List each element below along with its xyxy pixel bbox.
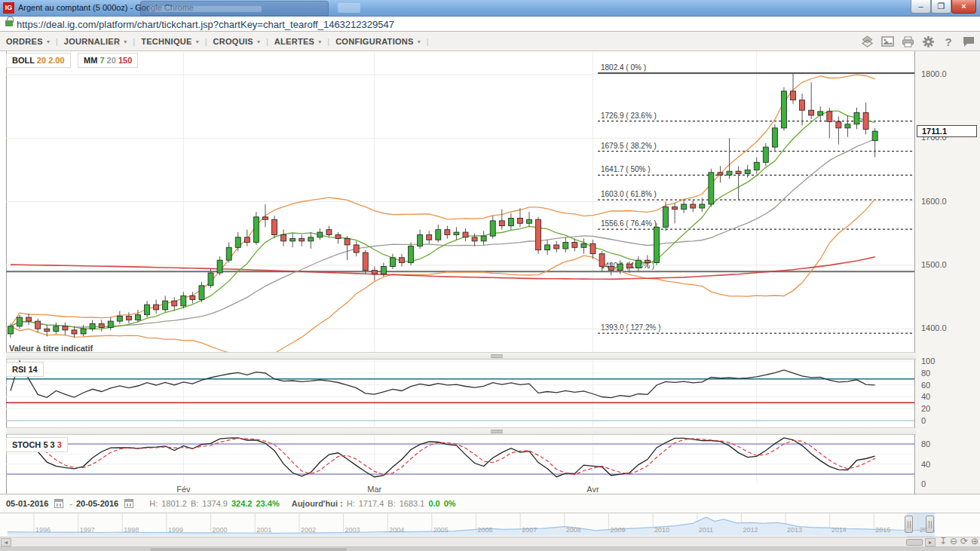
today-label: Aujourd'hui :: [292, 499, 343, 508]
scrollbar-thumb[interactable]: [906, 539, 923, 546]
scroll-left-arrow[interactable]: ◂: [1, 538, 11, 546]
menu-configurations[interactable]: CONFIGURATIONS▾: [335, 37, 424, 46]
today-change: 0.0: [428, 499, 439, 508]
year-label-2013: 2013: [787, 526, 802, 534]
help-icon[interactable]: ?: [942, 35, 955, 48]
reset-zoom-icon[interactable]: ⟳: [960, 536, 968, 546]
url-text[interactable]: https://deal.ig.com/platform/chart/tickc…: [17, 19, 394, 30]
current-price-tag: 1711.1: [917, 125, 977, 137]
calendar-icon[interactable]: [54, 499, 63, 508]
year-label-2004: 2004: [389, 526, 404, 534]
period-high-label: H:: [149, 499, 158, 508]
rsi-legend[interactable]: RSI 14: [6, 362, 44, 377]
year-label-2000: 2000: [213, 526, 228, 534]
print-icon[interactable]: [901, 35, 914, 48]
background-newtab-button: [338, 3, 360, 13]
background-browser-tab: [140, 1, 329, 16]
year-label-2003: 2003: [345, 526, 360, 534]
menu-ordres[interactable]: ORDRES▾: [6, 37, 53, 46]
year-label-1998: 1998: [124, 526, 139, 534]
period-low-label: B:: [191, 499, 198, 508]
https-lock-icon[interactable]: [5, 20, 13, 26]
menu-croquis[interactable]: CROQUIS▾: [213, 37, 263, 46]
menu-alertes[interactable]: ALERTES▾: [274, 37, 324, 46]
year-label-2010: 2010: [654, 526, 669, 534]
drag-grip-icon[interactable]: [491, 354, 503, 358]
year-label-2008: 2008: [566, 526, 581, 534]
menu-technique[interactable]: TECHNIQUE▾: [141, 37, 202, 46]
year-label-2006: 2006: [478, 526, 493, 534]
year-label-2011: 2011: [699, 526, 713, 534]
chart-menubar: ORDRES▾|JOURNALIER▾|TECHNIQUE▾|CROQUIS▾|…: [0, 32, 980, 51]
year-label-1997: 1997: [80, 526, 95, 534]
calendar-icon[interactable]: [124, 499, 133, 508]
tick-label: 80: [921, 369, 930, 378]
year-label-1996: 1996: [35, 526, 51, 534]
chevron-down-icon: ▾: [257, 38, 260, 45]
image-icon[interactable]: [880, 35, 894, 48]
layers-icon[interactable]: [860, 35, 874, 48]
date-to: 20-05-2016: [76, 499, 118, 508]
fib-level-label: 1603.0 ( 61.8% ): [601, 190, 657, 198]
fib-level-label: 1393.0 ( 127.2% ): [601, 323, 661, 332]
drag-grip-icon[interactable]: [491, 430, 503, 433]
panel-divider-rsi[interactable]: [6, 352, 916, 360]
fib-level-label: 1556.6 ( 76.4% ): [601, 219, 657, 228]
date-from: 05-01-2016: [6, 499, 48, 508]
month-label-avr: Avr: [576, 485, 609, 494]
month-label-fév: Fév: [167, 485, 200, 494]
window-titlebar[interactable]: IG Argent au comptant (5 000oz) - Google…: [0, 0, 980, 17]
tick-label: 1800.0: [921, 69, 947, 78]
range-handle-right[interactable]: [926, 516, 934, 533]
zoom-out-icon[interactable]: ⊖: [950, 536, 957, 546]
tick-label: 20: [921, 404, 930, 413]
tick-label: 60: [921, 381, 930, 390]
price-axis: [916, 51, 980, 494]
tick-label: 1400.0: [921, 323, 947, 332]
year-label-2007: 2007: [522, 526, 537, 534]
year-label-2005: 2005: [433, 526, 449, 534]
menu-journalier[interactable]: JOURNALIER▾: [64, 37, 130, 46]
period-change-pct: 23.4%: [256, 499, 279, 508]
fib-level-label: 1726.9 ( 23.6% ): [601, 112, 657, 120]
scroll-right-arrow[interactable]: ▸: [925, 538, 936, 546]
tick-label: 1500.0: [921, 260, 947, 269]
year-label-2015: 2015: [875, 526, 890, 534]
year-label-2012: 2012: [743, 526, 758, 534]
fib-level-label: 1679.5 ( 38.2% ): [601, 142, 657, 150]
range-handle-left[interactable]: [905, 516, 913, 533]
tick-label: 80: [921, 439, 930, 448]
date-separator: -: [69, 499, 72, 508]
toolbar-icons: ?: [860, 34, 975, 49]
close-button[interactable]: ×: [951, 0, 976, 14]
panel-divider-stoch[interactable]: [6, 427, 916, 435]
chart-statusbar: 05-01-2016 - 20-05-2016 H: 1801.2 B: 137…: [0, 494, 980, 513]
horizontal-scrollbar[interactable]: ◂ ▸ ↧ ⊖ ⟳ ⊕: [0, 537, 980, 547]
year-label-2009: 2009: [610, 526, 625, 534]
tick-label: 0: [921, 416, 926, 425]
fib-level-label: 1641.7 ( 50% ): [601, 165, 651, 173]
minimize-button[interactable]: –: [911, 0, 931, 14]
maximize-button[interactable]: ❐: [931, 0, 951, 14]
zoom-in-icon[interactable]: ⊕: [971, 536, 978, 546]
background-window-edge: [151, 548, 347, 551]
today-high: 1717.4: [359, 499, 384, 508]
tick-label: 40: [921, 392, 930, 401]
month-label-mar: Mar: [358, 485, 391, 494]
chevron-down-icon: ▾: [418, 38, 421, 45]
chevron-down-icon: ▾: [196, 38, 199, 45]
menu-items: ORDRES▾|JOURNALIER▾|TECHNIQUE▾|CROQUIS▾|…: [6, 32, 435, 51]
stoch-legend[interactable]: STOCH 5 3 3: [6, 437, 68, 452]
moving-average-legend[interactable]: MM 7 20 150: [78, 53, 138, 68]
fib-level-label: 1490.1 ( 100% ): [601, 262, 654, 270]
url-bar[interactable]: https://deal.ig.com/platform/chart/tickc…: [0, 17, 980, 32]
today-change-pct: 0%: [444, 499, 456, 508]
chevron-down-icon: ▾: [318, 38, 321, 45]
tick-label: 0: [921, 479, 926, 488]
settings-gear-icon[interactable]: [921, 35, 935, 48]
bollinger-legend[interactable]: BOLL 20 2.00: [6, 53, 71, 68]
today-low-label: B:: [387, 499, 395, 508]
jump-latest-icon[interactable]: ↧: [939, 536, 947, 546]
feedback-icon[interactable]: [962, 35, 975, 48]
year-label-2002: 2002: [301, 526, 316, 534]
